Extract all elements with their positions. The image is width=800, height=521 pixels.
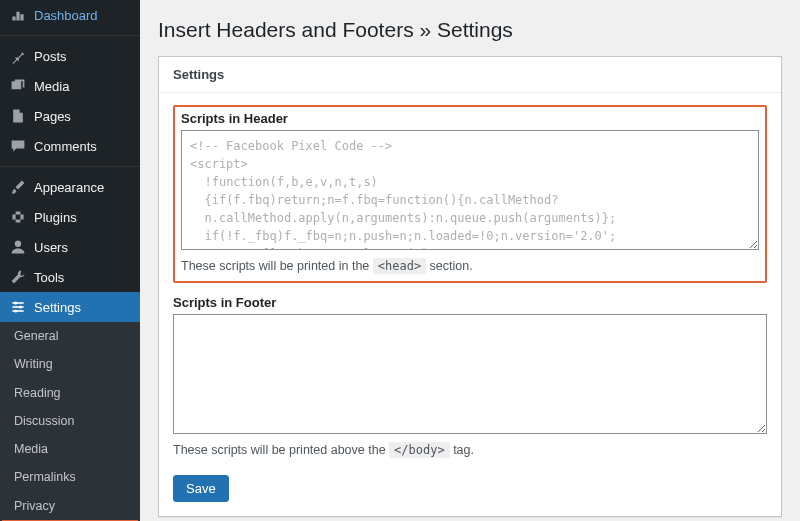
plugin-icon bbox=[10, 209, 26, 225]
menu-label: Appearance bbox=[34, 180, 104, 195]
menu-label: Settings bbox=[34, 300, 81, 315]
svg-point-0 bbox=[15, 241, 21, 247]
menu-plugins[interactable]: Plugins bbox=[0, 202, 140, 232]
menu-tools[interactable]: Tools bbox=[0, 262, 140, 292]
menu-separator bbox=[0, 166, 140, 167]
menu-separator bbox=[0, 35, 140, 36]
user-icon bbox=[10, 239, 26, 255]
panel-heading: Settings bbox=[159, 57, 781, 93]
scripts-in-header-label: Scripts in Header bbox=[181, 111, 759, 126]
svg-point-4 bbox=[14, 301, 17, 304]
menu-label: Posts bbox=[34, 49, 67, 64]
dashboard-icon bbox=[10, 7, 26, 23]
media-icon bbox=[10, 78, 26, 94]
admin-sidebar: Dashboard Posts Media Pages Comments App… bbox=[0, 0, 140, 521]
save-button[interactable]: Save bbox=[173, 475, 229, 502]
settings-icon bbox=[10, 299, 26, 315]
menu-dashboard[interactable]: Dashboard bbox=[0, 0, 140, 30]
body-tag-code: </body> bbox=[389, 442, 450, 458]
page-icon bbox=[10, 108, 26, 124]
pin-icon bbox=[10, 48, 26, 64]
menu-label: Comments bbox=[34, 139, 97, 154]
submenu-privacy[interactable]: Privacy bbox=[0, 492, 140, 520]
wrench-icon bbox=[10, 269, 26, 285]
svg-point-5 bbox=[19, 305, 22, 308]
menu-pages[interactable]: Pages bbox=[0, 101, 140, 131]
menu-settings[interactable]: Settings bbox=[0, 292, 140, 322]
menu-label: Pages bbox=[34, 109, 71, 124]
svg-point-6 bbox=[14, 309, 17, 312]
menu-label: Users bbox=[34, 240, 68, 255]
submenu-writing[interactable]: Writing bbox=[0, 350, 140, 378]
scripts-in-header-description: These scripts will be printed in the <he… bbox=[181, 259, 759, 273]
comment-icon bbox=[10, 138, 26, 154]
scripts-in-footer-group: Scripts in Footer These scripts will be … bbox=[173, 295, 767, 457]
brush-icon bbox=[10, 179, 26, 195]
menu-label: Media bbox=[34, 79, 69, 94]
scripts-in-header-textarea[interactable] bbox=[181, 130, 759, 250]
submenu-general[interactable]: General bbox=[0, 322, 140, 350]
settings-panel: Settings Scripts in Header These scripts… bbox=[158, 56, 782, 517]
menu-users[interactable]: Users bbox=[0, 232, 140, 262]
menu-label: Plugins bbox=[34, 210, 77, 225]
scripts-in-header-group: Scripts in Header These scripts will be … bbox=[173, 105, 767, 283]
page-title: Insert Headers and Footers » Settings bbox=[158, 10, 782, 56]
scripts-in-footer-description: These scripts will be printed above the … bbox=[173, 443, 767, 457]
main-content: Insert Headers and Footers » Settings Se… bbox=[140, 0, 800, 521]
menu-media[interactable]: Media bbox=[0, 71, 140, 101]
submenu-reading[interactable]: Reading bbox=[0, 379, 140, 407]
settings-submenu: General Writing Reading Discussion Media… bbox=[0, 322, 140, 521]
menu-posts[interactable]: Posts bbox=[0, 41, 140, 71]
menu-comments[interactable]: Comments bbox=[0, 131, 140, 161]
head-tag-code: <head> bbox=[373, 258, 426, 274]
submenu-permalinks[interactable]: Permalinks bbox=[0, 463, 140, 491]
menu-label: Tools bbox=[34, 270, 64, 285]
submenu-discussion[interactable]: Discussion bbox=[0, 407, 140, 435]
menu-appearance[interactable]: Appearance bbox=[0, 172, 140, 202]
menu-label: Dashboard bbox=[34, 8, 98, 23]
submenu-media[interactable]: Media bbox=[0, 435, 140, 463]
scripts-in-footer-textarea[interactable] bbox=[173, 314, 767, 434]
scripts-in-footer-label: Scripts in Footer bbox=[173, 295, 767, 310]
